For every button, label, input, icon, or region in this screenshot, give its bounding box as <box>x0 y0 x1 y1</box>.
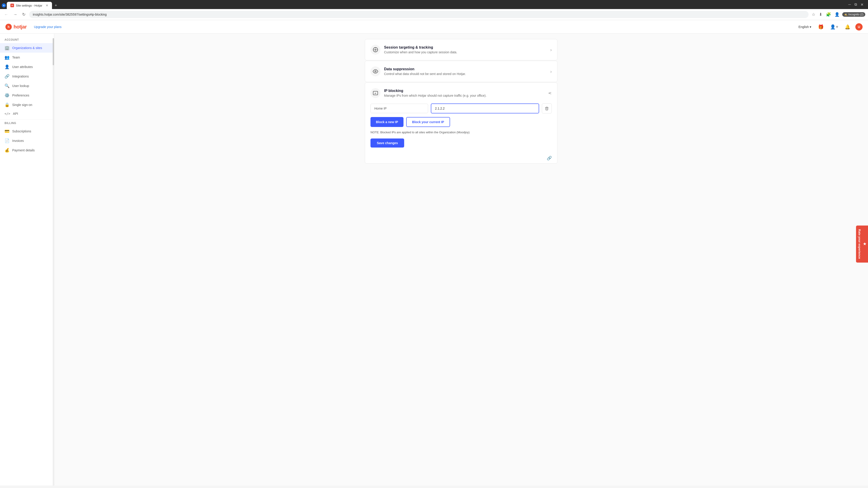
address-bar-row: ← → ↻ insights.hotjar.com/site/3825597/s… <box>0 9 868 20</box>
sidebar-item-user-lookup[interactable]: 🔍 User lookup <box>0 81 54 91</box>
session-targeting-text: Session targeting & tracking Customize w… <box>384 45 550 54</box>
reload-button[interactable]: ↻ <box>21 11 27 18</box>
ip-name-input[interactable] <box>370 104 428 113</box>
tab-group-indicator[interactable]: ▼ <box>2 3 6 7</box>
window-controls: ─ ⧉ ✕ <box>848 2 866 8</box>
data-suppression-chevron-icon: › <box>550 69 552 74</box>
sidebar-item-invoices[interactable]: 📄 Invoices <box>0 136 54 145</box>
integrations-icon: 🔗 <box>4 74 9 79</box>
data-suppression-card-header[interactable]: Data suppression Control what data shoul… <box>365 61 557 82</box>
hotjar-logo-icon: h <box>5 24 12 30</box>
forward-button[interactable]: → <box>12 11 19 18</box>
session-targeting-icon-wrapper <box>370 45 380 55</box>
toolbar-icons: ☆ ⬇ 🧩 👤 🕵 Incognito (2) <box>811 11 865 18</box>
data-suppression-desc: Control what data should not be sent and… <box>384 72 550 76</box>
back-button[interactable]: ← <box>3 11 9 18</box>
incognito-badge[interactable]: 🕵 Incognito (2) <box>842 12 865 17</box>
session-targeting-card: Session targeting & tracking Customize w… <box>365 39 557 60</box>
subscriptions-label: Subscriptions <box>12 129 31 133</box>
trash-icon <box>545 106 549 110</box>
link-icon-area: 🔗 <box>365 153 557 163</box>
rate-experience-button[interactable]: ★ Rate your experience <box>856 225 868 263</box>
ip-blocking-card: IP IP blocking Manage IPs from which Hot… <box>365 83 557 164</box>
ip-blocking-card-header[interactable]: IP IP blocking Manage IPs from which Hot… <box>365 83 557 103</box>
sidebar-scrollbar[interactable] <box>53 34 54 486</box>
session-targeting-title: Session targeting & tracking <box>384 45 550 50</box>
sidebar-item-preferences[interactable]: ⚙️ Preferences <box>0 91 54 100</box>
sidebar-item-organizations-sites[interactable]: 🏢 Organizations & sites <box>0 43 54 53</box>
restore-button[interactable]: ⧉ <box>855 2 857 7</box>
add-user-icon[interactable]: 👤+ <box>829 23 840 31</box>
delete-ip-button[interactable] <box>542 103 552 113</box>
sidebar-item-user-attributes[interactable]: 👤 User attributes <box>0 62 54 72</box>
ip-actions: Block a new IP Block your current IP <box>370 117 552 127</box>
upgrade-link[interactable]: Upgrade your plans <box>34 25 61 29</box>
download-icon[interactable]: ⬇ <box>818 11 823 18</box>
ip-blocking-note: NOTE: Blocked IPs are applied to all sit… <box>370 131 552 134</box>
svg-text:h: h <box>8 25 10 29</box>
logo-area: h hotjar <box>5 24 27 30</box>
tab-close-button[interactable]: ✕ <box>46 4 49 7</box>
ip-blocking-title: IP blocking <box>384 89 548 93</box>
content-area: Session targeting & tracking Customize w… <box>54 34 868 486</box>
sidebar-item-team[interactable]: 👥 Team <box>0 53 54 62</box>
notifications-icon[interactable]: 🔔 <box>843 23 852 31</box>
gift-icon[interactable]: 🎁 <box>817 23 825 31</box>
sidebar-item-payment-details[interactable]: 💰 Payment details <box>0 145 54 155</box>
billing-section-label: Billing <box>0 122 54 127</box>
invoices-icon: 📄 <box>4 138 9 143</box>
link-icon[interactable]: 🔗 <box>547 156 552 161</box>
integrations-label: Integrations <box>12 74 29 78</box>
active-tab[interactable]: H Site settings - Hotjar ✕ <box>7 2 52 9</box>
data-suppression-icon-wrapper <box>370 66 380 76</box>
language-chevron-icon: ▾ <box>810 25 811 29</box>
minimize-button[interactable]: ─ <box>848 2 851 7</box>
ip-blocking-chevron-icon: ∨ <box>548 92 553 95</box>
payment-icon: 💰 <box>4 148 9 153</box>
close-button[interactable]: ✕ <box>861 2 864 7</box>
api-icon: </> <box>4 112 10 116</box>
invoices-label: Invoices <box>12 139 24 142</box>
sso-icon: 🔒 <box>4 102 9 107</box>
session-targeting-chevron-icon: › <box>550 47 552 53</box>
sso-label: Single sign-on <box>12 103 32 107</box>
ip-address-input[interactable] <box>431 103 539 113</box>
api-label: API <box>13 112 18 116</box>
sidebar-item-integrations[interactable]: 🔗 Integrations <box>0 72 54 81</box>
block-current-ip-button[interactable]: Block your current IP <box>406 117 450 127</box>
ip-blocking-icon: IP <box>373 90 378 96</box>
new-tab-button[interactable]: + <box>53 2 59 9</box>
ip-entry-row <box>370 103 552 113</box>
avatar[interactable]: U <box>855 23 863 31</box>
bookmark-icon[interactable]: ☆ <box>811 11 816 18</box>
sidebar-item-subscriptions[interactable]: 💳 Subscriptions <box>0 127 54 136</box>
ip-blocking-icon-wrapper: IP <box>370 88 380 98</box>
payment-details-label: Payment details <box>12 149 35 152</box>
sidebar-item-api[interactable]: </> API <box>0 109 54 118</box>
block-new-ip-button[interactable]: Block a new IP <box>370 117 403 127</box>
team-icon: 👥 <box>4 55 9 60</box>
profile-icon[interactable]: 👤 <box>834 11 840 18</box>
rate-experience-label: Rate your experience <box>858 229 861 259</box>
session-targeting-card-header[interactable]: Session targeting & tracking Customize w… <box>365 39 557 60</box>
language-selector[interactable]: English ▾ <box>797 24 813 30</box>
organizations-icon: 🏢 <box>4 45 9 51</box>
sidebar: Account 🏢 Organizations & sites 👥 Team 👤… <box>0 34 54 486</box>
sidebar-divider <box>0 120 54 120</box>
data-suppression-text: Data suppression Control what data shoul… <box>384 67 550 76</box>
extensions-icon[interactable]: 🧩 <box>825 11 832 18</box>
svg-point-8 <box>375 71 376 72</box>
address-bar-input[interactable]: insights.hotjar.com/site/3825597/setting… <box>29 11 809 18</box>
rate-star-icon: ★ <box>863 242 866 246</box>
subscriptions-icon: 💳 <box>4 129 9 134</box>
logo-text: hotjar <box>13 24 27 30</box>
preferences-label: Preferences <box>12 94 29 97</box>
account-section-label: Account <box>0 38 54 43</box>
app: h hotjar Upgrade your plans English ▾ 🎁 … <box>0 20 868 486</box>
save-changes-button[interactable]: Save changes <box>370 138 404 148</box>
ip-blocking-text: IP blocking Manage IPs from which Hotjar… <box>384 89 548 97</box>
team-label: Team <box>12 56 20 59</box>
sidebar-item-single-sign-on[interactable]: 🔒 Single sign-on <box>0 100 54 109</box>
header-right: English ▾ 🎁 👤+ 🔔 U <box>797 23 863 31</box>
content-inner: Session targeting & tracking Customize w… <box>360 34 563 169</box>
